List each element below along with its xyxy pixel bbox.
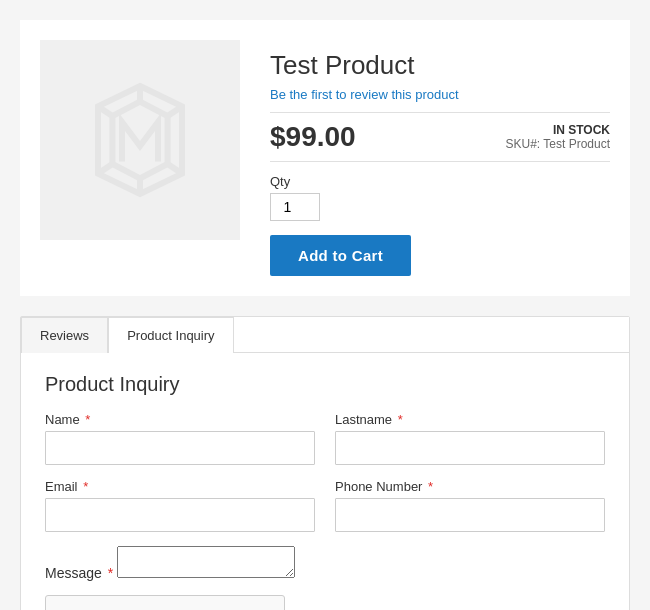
product-info: Test Product Be the first to review this…	[270, 40, 610, 276]
stock-sku: IN STOCK SKU#: Test Product	[505, 123, 610, 151]
product-image-svg	[90, 80, 190, 200]
lastname-required-star: *	[394, 412, 403, 427]
name-input[interactable]	[45, 431, 315, 465]
review-link[interactable]: Be the first to review this product	[270, 87, 610, 102]
qty-label: Qty	[270, 174, 610, 189]
message-required-star: *	[104, 565, 113, 581]
form-title: Product Inquiry	[45, 373, 605, 396]
lastname-input[interactable]	[335, 431, 605, 465]
email-input[interactable]	[45, 498, 315, 532]
tab-content-product-inquiry: Product Inquiry Name * Lastname *	[21, 353, 629, 610]
product-title: Test Product	[270, 50, 610, 81]
email-label: Email *	[45, 479, 315, 494]
name-required-star: *	[82, 412, 91, 427]
tabs-section: Reviews Product Inquiry Product Inquiry …	[20, 316, 630, 610]
name-label: Name *	[45, 412, 315, 427]
phone-required-star: *	[424, 479, 433, 494]
add-to-cart-button[interactable]: Add to Cart	[270, 235, 411, 276]
sku-line: SKU#: Test Product	[505, 137, 610, 151]
lastname-label: Lastname *	[335, 412, 605, 427]
tab-product-inquiry[interactable]: Product Inquiry	[108, 317, 233, 353]
page-wrapper: Test Product Be the first to review this…	[0, 0, 650, 610]
captcha-widget[interactable]: I'm not a robot reCAPTCHA Privacy - Term…	[45, 595, 285, 610]
sku-value: Test Product	[543, 137, 610, 151]
qty-input[interactable]	[270, 193, 320, 221]
product-image	[40, 40, 240, 240]
form-group-phone: Phone Number *	[335, 479, 605, 532]
phone-label: Phone Number *	[335, 479, 605, 494]
form-group-email: Email *	[45, 479, 315, 532]
email-required-star: *	[80, 479, 89, 494]
stock-status: IN STOCK	[505, 123, 610, 137]
form-group-name: Name *	[45, 412, 315, 465]
message-label: Message *	[45, 565, 117, 581]
tabs-header: Reviews Product Inquiry	[21, 317, 629, 353]
product-section: Test Product Be the first to review this…	[20, 20, 630, 296]
form-row-email-phone: Email * Phone Number *	[45, 479, 605, 532]
form-row-name-lastname: Name * Lastname *	[45, 412, 605, 465]
phone-input[interactable]	[335, 498, 605, 532]
message-input[interactable]	[117, 546, 295, 578]
price-stock-row: $99.00 IN STOCK SKU#: Test Product	[270, 112, 610, 162]
sku-label: SKU#:	[505, 137, 540, 151]
form-group-message: Message *	[45, 546, 605, 581]
form-group-lastname: Lastname *	[335, 412, 605, 465]
tab-reviews[interactable]: Reviews	[21, 317, 108, 353]
product-price: $99.00	[270, 121, 356, 153]
